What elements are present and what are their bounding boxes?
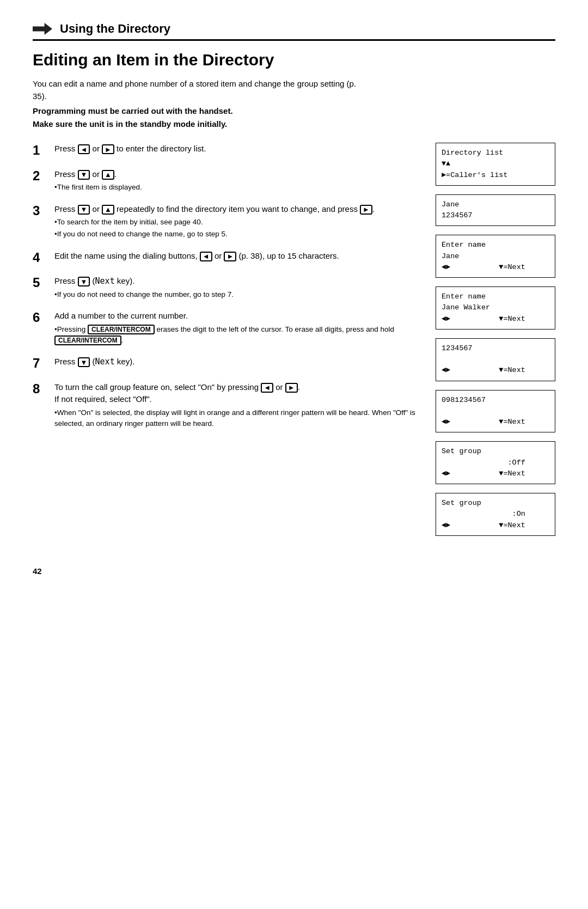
step-4-content: Edit the name using the dialing buttons,… bbox=[54, 250, 420, 264]
lcd-4-line1: Enter name bbox=[442, 291, 549, 302]
step-1: 1 Press ◄ or ► to enter the directory li… bbox=[33, 143, 420, 158]
step-1-main: Press ◄ or ► to enter the directory list… bbox=[54, 143, 420, 155]
btn-up-2: ▲ bbox=[102, 170, 114, 180]
step-3-content: Press ▼ or ▲ repeatedly to find the dire… bbox=[54, 203, 420, 240]
lcd-display-3: Enter name Jane ◄► ▼=Next bbox=[436, 235, 555, 278]
lcd-5-line3: ◄► ▼=Next bbox=[442, 365, 549, 376]
lcd-4-line2: Jane Walker bbox=[442, 302, 549, 313]
lcd-display-2: Jane 1234567 bbox=[436, 194, 555, 227]
step-number-3: 3 bbox=[33, 203, 50, 219]
lcd-8-line1: Set group bbox=[442, 498, 549, 509]
lcd-8-line2: :On bbox=[442, 509, 549, 520]
step-5-main: Press ▼ (Next key). bbox=[54, 275, 420, 288]
intro-text: You can edit a name and phone number of … bbox=[33, 78, 370, 102]
step-2-main: Press ▼ or ▲. bbox=[54, 168, 420, 181]
lcd-7-line2: :Off bbox=[442, 457, 549, 468]
btn-right-4: ► bbox=[224, 252, 236, 261]
step-3-main: Press ▼ or ▲ repeatedly to find the dire… bbox=[54, 203, 420, 216]
lcd-1-line3: ►=Caller's list bbox=[442, 170, 549, 181]
btn-clear-intercom-2: CLEAR/INTERCOM bbox=[54, 335, 121, 345]
step-number-8: 8 bbox=[33, 381, 50, 397]
btn-left-1: ◄ bbox=[78, 144, 90, 154]
lcd-display-4: Enter name Jane Walker ◄► ▼=Next bbox=[436, 286, 555, 330]
step-8-content: To turn the call group feature on, selec… bbox=[54, 381, 420, 430]
step-2-content: Press ▼ or ▲. •The first item is display… bbox=[54, 168, 420, 193]
lcd-display-8: Set group :On ◄► ▼=Next bbox=[436, 493, 555, 536]
btn-up-3: ▲ bbox=[102, 205, 114, 215]
lcd-1-line2: ▼▲ bbox=[442, 158, 549, 169]
lcd-5-line2 bbox=[442, 354, 549, 365]
step-6-note1: •Pressing CLEAR/INTERCOM erases the digi… bbox=[54, 324, 420, 346]
lcd-5-line1: 1234567 bbox=[442, 343, 549, 354]
step-number-1: 1 bbox=[33, 143, 50, 158]
step-5: 5 Press ▼ (Next key). •If you do not nee… bbox=[33, 275, 420, 300]
header-rule bbox=[33, 39, 555, 41]
lcd-display-5: 1234567 ◄► ▼=Next bbox=[436, 338, 555, 381]
lcd-8-line3: ◄► ▼=Next bbox=[442, 520, 549, 531]
step-1-content: Press ◄ or ► to enter the directory list… bbox=[54, 143, 420, 157]
lcd-display-7: Set group :Off ◄► ▼=Next bbox=[436, 441, 555, 484]
btn-down-5: ▼ bbox=[78, 277, 90, 286]
step-6-content: Add a number to the current number. •Pre… bbox=[54, 310, 420, 346]
btn-left-4: ◄ bbox=[200, 252, 212, 261]
step-8: 8 To turn the call group feature on, sel… bbox=[33, 381, 420, 430]
step-8-note1: •When "On" is selected, the display will… bbox=[54, 407, 420, 430]
lcd-1-line1: Directory list bbox=[442, 148, 549, 158]
lcd-display-1: Directory list ▼▲ ►=Caller's list bbox=[436, 143, 555, 186]
lcd-6-line2 bbox=[442, 406, 549, 417]
step-2-note1: •The first item is displayed. bbox=[54, 182, 420, 193]
page-number: 42 bbox=[33, 566, 555, 576]
lcd-7-line3: ◄► ▼=Next bbox=[442, 468, 549, 479]
lcd-3-line2: Jane bbox=[442, 251, 549, 262]
step-7-main: Press ▼ (Next key). bbox=[54, 356, 420, 368]
lcd-6-line3: ◄► ▼=Next bbox=[442, 417, 549, 428]
step-7-content: Press ▼ (Next key). bbox=[54, 356, 420, 370]
lcd-2-line1: Jane bbox=[442, 199, 549, 210]
step-2: 2 Press ▼ or ▲. •The first item is displ… bbox=[33, 168, 420, 193]
btn-right-3: ► bbox=[360, 205, 372, 215]
steps-column: 1 Press ◄ or ► to enter the directory li… bbox=[33, 143, 420, 545]
lcd-4-line3: ◄► ▼=Next bbox=[442, 314, 549, 325]
btn-left-8: ◄ bbox=[261, 383, 273, 393]
btn-down-7: ▼ bbox=[78, 357, 90, 367]
step-5-note1: •If you do not need to change the number… bbox=[54, 289, 420, 300]
step-4: 4 Edit the name using the dialing button… bbox=[33, 250, 420, 266]
step-3-note2: •If you do not need to change the name, … bbox=[54, 229, 420, 240]
step-7: 7 Press ▼ (Next key). bbox=[33, 356, 420, 371]
step-5-content: Press ▼ (Next key). •If you do not need … bbox=[54, 275, 420, 300]
main-content: 1 Press ◄ or ► to enter the directory li… bbox=[33, 143, 555, 545]
section-title: Using the Directory bbox=[60, 22, 170, 36]
lcd-2-line2: 1234567 bbox=[442, 210, 549, 221]
step-3-note1: •To search for the item by initial, see … bbox=[54, 217, 420, 228]
step-number-2: 2 bbox=[33, 168, 50, 184]
lcd-3-line1: Enter name bbox=[442, 240, 549, 251]
step-number-6: 6 bbox=[33, 310, 50, 326]
step-number-5: 5 bbox=[33, 275, 50, 291]
btn-right-8: ► bbox=[285, 383, 298, 393]
lcd-display-6: 0981234567 ◄► ▼=Next bbox=[436, 390, 555, 433]
step-4-main: Edit the name using the dialing buttons,… bbox=[54, 250, 420, 263]
arrow-icon bbox=[33, 23, 52, 35]
btn-clear-intercom-1: CLEAR/INTERCOM bbox=[88, 325, 155, 334]
btn-right-1: ► bbox=[102, 144, 114, 154]
step-number-4: 4 bbox=[33, 250, 50, 266]
lcd-3-line3: ◄► ▼=Next bbox=[442, 262, 549, 273]
btn-down-3: ▼ bbox=[78, 205, 90, 215]
step-6-main: Add a number to the current number. bbox=[54, 310, 420, 322]
section-header: Using the Directory bbox=[33, 22, 555, 36]
display-column: Directory list ▼▲ ►=Caller's list Jane 1… bbox=[436, 143, 555, 545]
btn-down-2: ▼ bbox=[78, 170, 90, 180]
intro-warning1: Programming must be carried out with the… bbox=[33, 105, 555, 118]
lcd-7-line1: Set group bbox=[442, 446, 549, 457]
lcd-6-line1: 0981234567 bbox=[442, 395, 549, 406]
step-8-main: To turn the call group feature on, selec… bbox=[54, 381, 420, 406]
step-number-7: 7 bbox=[33, 356, 50, 371]
step-3: 3 Press ▼ or ▲ repeatedly to find the di… bbox=[33, 203, 420, 240]
step-6: 6 Add a number to the current number. •P… bbox=[33, 310, 420, 346]
page-title: Editing an Item in the Directory bbox=[33, 51, 555, 69]
intro-warning2: Make sure the unit is in the standby mod… bbox=[33, 118, 555, 131]
